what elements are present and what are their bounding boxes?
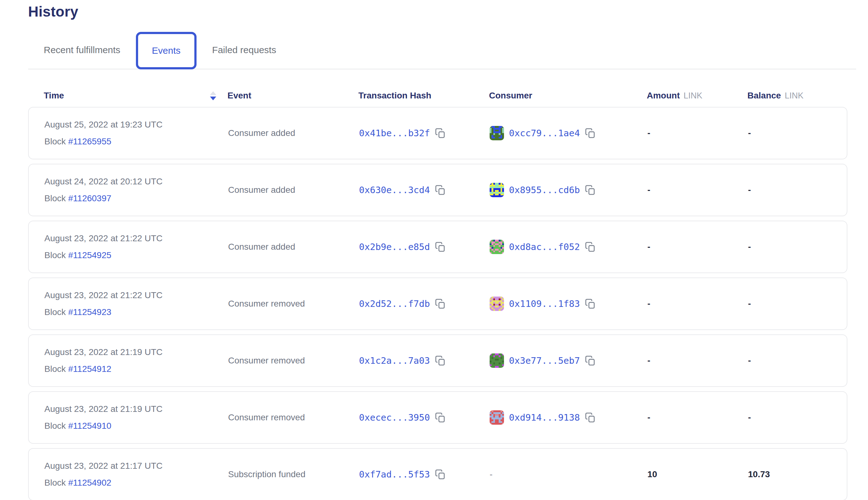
tab-bar: Recent fulfillments Events Failed reques… bbox=[28, 31, 856, 69]
block-line: Block #11265955 bbox=[44, 136, 228, 147]
amount-value: - bbox=[648, 128, 748, 138]
event-timestamp: August 25, 2022 at 19:23 UTC bbox=[44, 119, 228, 130]
block-number-link[interactable]: #11260397 bbox=[68, 193, 111, 203]
time-cell: August 25, 2022 at 19:23 UTC Block #1126… bbox=[44, 119, 228, 147]
block-number-link[interactable]: #11254912 bbox=[68, 364, 111, 374]
consumer-address-link[interactable]: 0xd8ac...f052 bbox=[509, 241, 580, 252]
history-page: History Recent fulfillments Events Faile… bbox=[0, 4, 868, 500]
copy-icon[interactable] bbox=[585, 241, 595, 252]
amount-label: Amount bbox=[647, 91, 680, 100]
block-number-link[interactable]: #11254910 bbox=[68, 421, 111, 431]
column-header-time: Time bbox=[44, 91, 227, 101]
event-timestamp: August 24, 2022 at 20:12 UTC bbox=[44, 176, 228, 187]
transaction-hash-link[interactable]: 0xecec...3950 bbox=[359, 412, 430, 423]
consumer-address-link[interactable]: 0xcc79...1ae4 bbox=[509, 128, 580, 138]
consumer-address-link[interactable]: 0x3e77...5eb7 bbox=[509, 355, 580, 366]
balance-label: Balance bbox=[747, 91, 781, 100]
sort-down-arrow-icon bbox=[210, 96, 216, 100]
event-timestamp: August 23, 2022 at 21:17 UTC bbox=[44, 460, 228, 471]
balance-value: - bbox=[748, 242, 847, 252]
balance-value: - bbox=[748, 185, 847, 195]
consumer-cell: 0xcc79...1ae4 bbox=[490, 126, 648, 140]
block-line: Block #11254912 bbox=[44, 363, 228, 375]
copy-icon[interactable] bbox=[435, 298, 446, 309]
copy-icon[interactable] bbox=[585, 128, 595, 138]
transaction-hash-link[interactable]: 0xf7ad...5f53 bbox=[359, 469, 430, 480]
event-type: Subscription funded bbox=[228, 469, 359, 479]
event-type: Consumer added bbox=[228, 185, 359, 195]
block-number-link[interactable]: #11265955 bbox=[68, 137, 111, 146]
amount-value: - bbox=[648, 299, 748, 309]
consumer-cell: 0x1109...1f83 bbox=[490, 297, 648, 311]
tab-failed-requests[interactable]: Failed requests bbox=[204, 45, 284, 55]
copy-icon[interactable] bbox=[435, 469, 446, 480]
balance-value: 10.73 bbox=[748, 469, 847, 479]
table-row: August 23, 2022 at 21:19 UTC Block #1125… bbox=[28, 391, 847, 444]
event-timestamp: August 23, 2022 at 21:19 UTC bbox=[44, 346, 228, 358]
copy-icon[interactable] bbox=[585, 412, 595, 423]
copy-icon[interactable] bbox=[435, 355, 446, 366]
transaction-hash-link[interactable]: 0x1c2a...7a03 bbox=[359, 355, 430, 366]
balance-value: - bbox=[748, 128, 847, 138]
transaction-hash-cell: 0x630e...3cd4 bbox=[359, 185, 490, 195]
consumer-avatar bbox=[490, 126, 504, 140]
block-line: Block #11254925 bbox=[44, 250, 228, 261]
table-row: August 24, 2022 at 20:12 UTC Block #1126… bbox=[28, 164, 847, 216]
balance-unit-label: LINK bbox=[785, 91, 803, 100]
amount-value: - bbox=[648, 242, 748, 252]
transaction-hash-link[interactable]: 0x630e...3cd4 bbox=[359, 185, 430, 195]
event-list: August 25, 2022 at 19:23 UTC Block #1126… bbox=[28, 107, 868, 500]
consumer-avatar bbox=[490, 183, 504, 197]
block-label: Block bbox=[44, 137, 66, 146]
consumer-empty-value: - bbox=[490, 469, 492, 479]
event-type: Consumer removed bbox=[228, 299, 359, 309]
balance-value: - bbox=[748, 299, 847, 309]
consumer-address-link[interactable]: 0xd914...9138 bbox=[509, 412, 580, 423]
transaction-hash-cell: 0xecec...3950 bbox=[359, 412, 490, 423]
consumer-avatar bbox=[490, 240, 504, 254]
transaction-hash-link[interactable]: 0x2d52...f7db bbox=[359, 298, 430, 309]
block-label: Block bbox=[44, 478, 66, 488]
consumer-address-link[interactable]: 0x1109...1f83 bbox=[509, 298, 580, 309]
block-number-link[interactable]: #11254902 bbox=[68, 478, 111, 488]
consumer-address-link[interactable]: 0x8955...cd6b bbox=[509, 185, 580, 195]
consumer-cell: - bbox=[490, 469, 648, 479]
transaction-hash-cell: 0x41be...b32f bbox=[359, 128, 490, 138]
block-label: Block bbox=[44, 250, 66, 260]
time-cell: August 24, 2022 at 20:12 UTC Block #1126… bbox=[44, 176, 228, 204]
tab-events[interactable]: Events bbox=[136, 32, 196, 69]
consumer-cell: 0xd914...9138 bbox=[490, 410, 648, 425]
copy-icon[interactable] bbox=[585, 298, 595, 309]
table-row: August 25, 2022 at 19:23 UTC Block #1126… bbox=[28, 107, 847, 159]
copy-icon[interactable] bbox=[435, 412, 446, 423]
table-row: August 23, 2022 at 21:22 UTC Block #1125… bbox=[28, 220, 847, 273]
event-type: Consumer added bbox=[228, 242, 359, 252]
event-timestamp: August 23, 2022 at 21:22 UTC bbox=[44, 290, 228, 301]
copy-icon[interactable] bbox=[585, 185, 595, 195]
copy-icon[interactable] bbox=[435, 241, 446, 252]
copy-icon[interactable] bbox=[585, 355, 595, 366]
block-number-link[interactable]: #11254923 bbox=[68, 307, 111, 317]
amount-value: - bbox=[648, 185, 748, 195]
transaction-hash-link[interactable]: 0x2b9e...e85d bbox=[359, 241, 430, 252]
block-number-link[interactable]: #11254925 bbox=[68, 250, 111, 260]
column-header-balance: BalanceLINK bbox=[747, 91, 847, 101]
event-type: Consumer added bbox=[228, 128, 359, 138]
sort-icon[interactable] bbox=[210, 91, 216, 100]
event-type: Consumer removed bbox=[228, 356, 359, 366]
tab-recent-fulfillments[interactable]: Recent fulfillments bbox=[36, 45, 128, 55]
event-timestamp: August 23, 2022 at 21:22 UTC bbox=[44, 233, 228, 244]
consumer-avatar bbox=[490, 353, 504, 368]
block-line: Block #11254923 bbox=[44, 307, 228, 318]
copy-icon[interactable] bbox=[435, 185, 446, 195]
copy-icon[interactable] bbox=[435, 128, 446, 138]
block-line: Block #11254910 bbox=[44, 420, 228, 432]
column-header-consumer: Consumer bbox=[489, 91, 647, 101]
column-header-time-label: Time bbox=[44, 91, 64, 101]
block-label: Block bbox=[44, 364, 66, 374]
balance-value: - bbox=[748, 412, 847, 422]
block-line: Block #11254902 bbox=[44, 477, 228, 488]
column-header-event: Event bbox=[227, 91, 358, 101]
time-cell: August 23, 2022 at 21:17 UTC Block #1125… bbox=[44, 460, 228, 488]
transaction-hash-link[interactable]: 0x41be...b32f bbox=[359, 128, 430, 138]
